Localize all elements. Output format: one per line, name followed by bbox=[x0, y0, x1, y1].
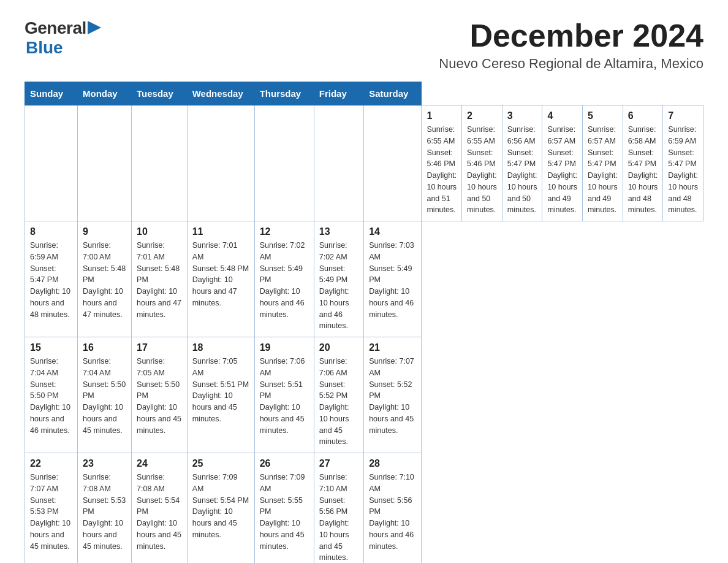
day-number: 12 bbox=[260, 226, 309, 237]
day-number: 25 bbox=[192, 458, 249, 469]
calendar-cell: 19 Sunrise: 7:06 AM Sunset: 5:51 PM Dayl… bbox=[254, 337, 314, 453]
calendar-cell: 18 Sunrise: 7:05 AM Sunset: 5:51 PM Dayl… bbox=[187, 337, 254, 453]
day-number: 19 bbox=[260, 342, 309, 353]
day-info: Sunrise: 7:03 AM Sunset: 5:49 PM Dayligh… bbox=[369, 240, 416, 320]
day-number: 23 bbox=[83, 458, 126, 469]
calendar-cell: 3 Sunrise: 6:56 AM Sunset: 5:47 PM Dayli… bbox=[502, 105, 542, 221]
calendar-week-4: 22 Sunrise: 7:07 AM Sunset: 5:53 PM Dayl… bbox=[25, 453, 703, 563]
day-number: 20 bbox=[319, 342, 358, 353]
day-info: Sunrise: 7:09 AM Sunset: 5:55 PM Dayligh… bbox=[260, 472, 309, 552]
title-block: December 2024 Nuevo Cereso Regional de A… bbox=[439, 18, 703, 72]
day-number: 18 bbox=[192, 342, 249, 353]
day-info: Sunrise: 7:08 AM Sunset: 5:54 PM Dayligh… bbox=[137, 472, 182, 552]
calendar-cell bbox=[314, 105, 363, 221]
calendar-cell bbox=[364, 105, 422, 221]
day-info: Sunrise: 7:07 AM Sunset: 5:53 PM Dayligh… bbox=[30, 472, 72, 552]
day-info: Sunrise: 7:07 AM Sunset: 5:52 PM Dayligh… bbox=[369, 356, 416, 436]
day-number: 16 bbox=[83, 342, 126, 353]
calendar-cell bbox=[25, 105, 78, 221]
day-info: Sunrise: 7:02 AM Sunset: 5:49 PM Dayligh… bbox=[260, 240, 309, 320]
month-title: December 2024 bbox=[439, 18, 703, 53]
calendar-cell: 23 Sunrise: 7:08 AM Sunset: 5:53 PM Dayl… bbox=[78, 453, 132, 563]
day-info: Sunrise: 7:09 AM Sunset: 5:54 PM Dayligh… bbox=[192, 472, 249, 541]
calendar-cell: 4 Sunrise: 6:57 AM Sunset: 5:47 PM Dayli… bbox=[542, 105, 583, 221]
day-number: 15 bbox=[30, 342, 72, 353]
day-number: 4 bbox=[547, 110, 577, 121]
calendar-cell: 8 Sunrise: 6:59 AM Sunset: 5:47 PM Dayli… bbox=[25, 221, 78, 337]
weekday-header-sunday: Sunday bbox=[25, 82, 78, 105]
calendar-week-2: 8 Sunrise: 6:59 AM Sunset: 5:47 PM Dayli… bbox=[25, 221, 703, 337]
weekday-header-saturday: Saturday bbox=[364, 82, 422, 105]
calendar-cell: 26 Sunrise: 7:09 AM Sunset: 5:55 PM Dayl… bbox=[254, 453, 314, 563]
day-number: 1 bbox=[427, 110, 457, 121]
calendar-cell: 20 Sunrise: 7:06 AM Sunset: 5:52 PM Dayl… bbox=[314, 337, 363, 453]
day-info: Sunrise: 7:04 AM Sunset: 5:50 PM Dayligh… bbox=[83, 356, 126, 436]
calendar-cell: 5 Sunrise: 6:57 AM Sunset: 5:47 PM Dayli… bbox=[583, 105, 623, 221]
calendar-cell: 27 Sunrise: 7:10 AM Sunset: 5:56 PM Dayl… bbox=[314, 453, 363, 563]
logo-blue-text: Blue bbox=[26, 38, 63, 58]
day-number: 6 bbox=[628, 110, 658, 121]
weekday-header-monday: Monday bbox=[78, 82, 132, 105]
day-number: 27 bbox=[319, 458, 358, 469]
calendar-cell: 24 Sunrise: 7:08 AM Sunset: 5:54 PM Dayl… bbox=[132, 453, 188, 563]
day-number: 3 bbox=[507, 110, 537, 121]
calendar-cell bbox=[254, 105, 314, 221]
weekday-header-thursday: Thursday bbox=[254, 82, 314, 105]
calendar-cell: 11 Sunrise: 7:01 AM Sunset: 5:48 PM Dayl… bbox=[187, 221, 254, 337]
weekday-header-friday: Friday bbox=[314, 82, 363, 105]
calendar-week-1: 1 Sunrise: 6:55 AM Sunset: 5:46 PM Dayli… bbox=[25, 105, 703, 221]
calendar-cell: 1 Sunrise: 6:55 AM Sunset: 5:46 PM Dayli… bbox=[422, 105, 462, 221]
weekday-header-tuesday: Tuesday bbox=[132, 82, 188, 105]
calendar-cell: 13 Sunrise: 7:02 AM Sunset: 5:49 PM Dayl… bbox=[314, 221, 363, 337]
day-number: 8 bbox=[30, 226, 72, 237]
weekday-header-wednesday: Wednesday bbox=[187, 82, 254, 105]
calendar-cell: 12 Sunrise: 7:02 AM Sunset: 5:49 PM Dayl… bbox=[254, 221, 314, 337]
day-number: 2 bbox=[467, 110, 497, 121]
day-number: 10 bbox=[137, 226, 182, 237]
calendar-cell: 28 Sunrise: 7:10 AM Sunset: 5:56 PM Dayl… bbox=[364, 453, 422, 563]
day-info: Sunrise: 6:55 AM Sunset: 5:46 PM Dayligh… bbox=[427, 124, 457, 216]
calendar-cell: 22 Sunrise: 7:07 AM Sunset: 5:53 PM Dayl… bbox=[25, 453, 78, 563]
location-title: Nuevo Cereso Regional de Altamira, Mexic… bbox=[439, 56, 703, 72]
calendar-cell: 7 Sunrise: 6:59 AM Sunset: 5:47 PM Dayli… bbox=[663, 105, 703, 221]
calendar-cell: 21 Sunrise: 7:07 AM Sunset: 5:52 PM Dayl… bbox=[364, 337, 422, 453]
logo-triangle-icon bbox=[88, 21, 101, 34]
day-number: 17 bbox=[137, 342, 182, 353]
calendar-cell: 6 Sunrise: 6:58 AM Sunset: 5:47 PM Dayli… bbox=[623, 105, 663, 221]
day-info: Sunrise: 7:10 AM Sunset: 5:56 PM Dayligh… bbox=[319, 472, 358, 563]
day-info: Sunrise: 6:56 AM Sunset: 5:47 PM Dayligh… bbox=[507, 124, 537, 216]
calendar-cell: 10 Sunrise: 7:01 AM Sunset: 5:48 PM Dayl… bbox=[132, 221, 188, 337]
day-info: Sunrise: 7:10 AM Sunset: 5:56 PM Dayligh… bbox=[369, 472, 416, 552]
day-info: Sunrise: 6:58 AM Sunset: 5:47 PM Dayligh… bbox=[628, 124, 658, 216]
day-info: Sunrise: 7:06 AM Sunset: 5:52 PM Dayligh… bbox=[319, 356, 358, 448]
day-info: Sunrise: 7:01 AM Sunset: 5:48 PM Dayligh… bbox=[192, 240, 249, 309]
calendar-week-3: 15 Sunrise: 7:04 AM Sunset: 5:50 PM Dayl… bbox=[25, 337, 703, 453]
day-number: 9 bbox=[83, 226, 126, 237]
day-info: Sunrise: 6:59 AM Sunset: 5:47 PM Dayligh… bbox=[30, 240, 72, 320]
day-number: 22 bbox=[30, 458, 72, 469]
calendar-cell bbox=[187, 105, 254, 221]
day-number: 24 bbox=[137, 458, 182, 469]
day-number: 21 bbox=[369, 342, 416, 353]
day-number: 28 bbox=[369, 458, 416, 469]
page-header: General Blue December 2024 Nuevo Cereso … bbox=[25, 18, 703, 72]
day-number: 11 bbox=[192, 226, 249, 237]
day-number: 26 bbox=[260, 458, 309, 469]
calendar-cell: 17 Sunrise: 7:05 AM Sunset: 5:50 PM Dayl… bbox=[132, 337, 188, 453]
day-number: 7 bbox=[668, 110, 698, 121]
logo: General Blue bbox=[25, 18, 101, 58]
svg-marker-0 bbox=[88, 21, 101, 34]
day-number: 13 bbox=[319, 226, 358, 237]
calendar-table: SundayMondayTuesdayWednesdayThursdayFrid… bbox=[25, 82, 703, 563]
day-info: Sunrise: 6:59 AM Sunset: 5:47 PM Dayligh… bbox=[668, 124, 698, 216]
day-number: 5 bbox=[588, 110, 618, 121]
calendar-cell: 16 Sunrise: 7:04 AM Sunset: 5:50 PM Dayl… bbox=[78, 337, 132, 453]
day-info: Sunrise: 7:00 AM Sunset: 5:48 PM Dayligh… bbox=[83, 240, 126, 320]
day-info: Sunrise: 7:08 AM Sunset: 5:53 PM Dayligh… bbox=[83, 472, 126, 552]
day-info: Sunrise: 6:55 AM Sunset: 5:46 PM Dayligh… bbox=[467, 124, 497, 216]
calendar-cell: 14 Sunrise: 7:03 AM Sunset: 5:49 PM Dayl… bbox=[364, 221, 422, 337]
calendar-cell: 9 Sunrise: 7:00 AM Sunset: 5:48 PM Dayli… bbox=[78, 221, 132, 337]
day-info: Sunrise: 7:06 AM Sunset: 5:51 PM Dayligh… bbox=[260, 356, 309, 436]
day-number: 14 bbox=[369, 226, 416, 237]
day-info: Sunrise: 6:57 AM Sunset: 5:47 PM Dayligh… bbox=[547, 124, 577, 216]
